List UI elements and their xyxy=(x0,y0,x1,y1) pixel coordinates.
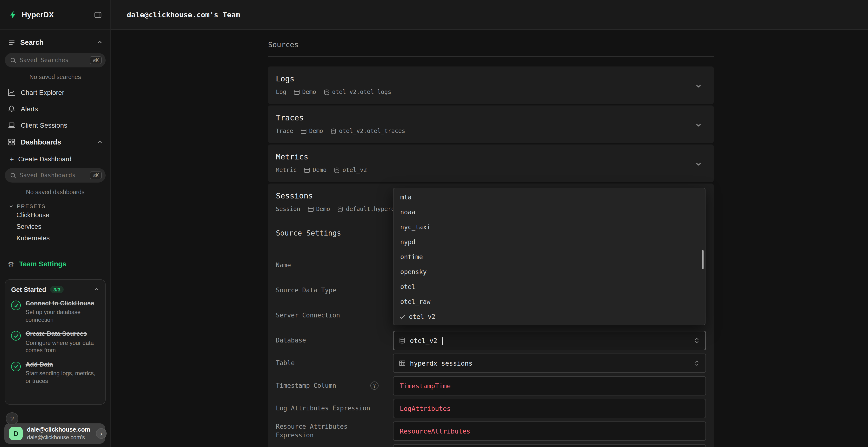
connection-name: Demo xyxy=(316,206,330,212)
chevron-up-icon[interactable] xyxy=(94,286,99,293)
get-started-step[interactable]: Create Data Sources Configure where your… xyxy=(11,330,99,354)
create-dashboard-button[interactable]: + Create Dashboard xyxy=(0,151,111,167)
server-icon xyxy=(304,167,310,173)
sidebar-item-label: Client Sessions xyxy=(21,122,67,129)
saved-searches-input[interactable]: Saved Searches ⌘K xyxy=(5,53,105,67)
chevron-right-icon[interactable]: › xyxy=(96,428,106,439)
preset-item-clickhouse[interactable]: ClickHouse xyxy=(0,209,111,220)
source-card-logs[interactable]: Logs Log Demo otel_v2.otel_logs xyxy=(268,66,714,104)
dashboards-section-label: Dashboards xyxy=(21,138,61,146)
source-card-meta: Trace Demo otel_v2.otel_traces xyxy=(276,128,706,134)
chevron-up-icon[interactable] xyxy=(97,139,103,145)
text-cursor xyxy=(442,337,443,345)
source-card-metrics[interactable]: Metrics Metric Demo otel_v2 xyxy=(268,144,714,182)
dropdown-option[interactable]: mta xyxy=(394,190,705,205)
chevron-down-icon[interactable] xyxy=(695,122,702,129)
chevron-down-icon[interactable] xyxy=(695,161,702,168)
server-icon xyxy=(293,89,300,95)
source-connection: Demo xyxy=(301,128,323,134)
option-label: opensky xyxy=(400,268,427,276)
form-row-timestamp: Timestamp Column ? xyxy=(276,376,706,396)
chevron-down-icon[interactable] xyxy=(695,82,702,90)
sidebar-item-team-settings[interactable]: ⚙ Team Settings xyxy=(0,255,111,273)
dropdown-option[interactable]: opensky xyxy=(394,265,705,279)
user-menu[interactable]: D dale@clickhouse.com dale@clickhouse.co… xyxy=(4,423,105,444)
source-type: Trace xyxy=(276,128,293,134)
source-card-traces[interactable]: Traces Trace Demo otel_v2.otel_traces xyxy=(268,105,714,143)
source-table: otel_v2 xyxy=(334,167,367,173)
get-started-step[interactable]: Connect to ClickHouse Set up your databa… xyxy=(11,300,99,324)
option-label: otel_raw xyxy=(400,298,430,305)
dropdown-option[interactable]: otel_raw xyxy=(394,294,705,309)
help-icon[interactable]: ? xyxy=(370,382,378,390)
search-icon xyxy=(10,172,17,178)
option-label: noaa xyxy=(400,209,415,216)
preset-item-kubernetes[interactable]: Kubernetes xyxy=(0,232,111,244)
dropdown-option-selected[interactable]: otel_v2 xyxy=(394,309,705,324)
sources-heading: Sources xyxy=(268,30,714,49)
preset-label: Kubernetes xyxy=(17,234,50,242)
app-title: HyperDX xyxy=(22,10,54,19)
app-root: HyperDX Search Saved Searches ⌘K No save… xyxy=(0,0,868,447)
sidebar-section-dashboards[interactable]: Dashboards xyxy=(0,133,111,151)
search-icon xyxy=(10,57,17,63)
server-icon xyxy=(301,128,307,134)
database-value: otel_v2 xyxy=(410,337,437,344)
step-text: Add Data Start sending logs, metrics, or… xyxy=(26,361,99,385)
database-icon xyxy=(330,128,337,134)
source-card-title: Traces xyxy=(276,113,706,122)
sidebar-nav: Chart Explorer Alerts Client Sessions Da… xyxy=(0,84,111,273)
option-label: nypd xyxy=(400,238,415,246)
preset-item-services[interactable]: Services xyxy=(0,220,111,232)
database-select[interactable]: otel_v2 xyxy=(393,331,706,350)
sidebar-item-label: Chart Explorer xyxy=(21,89,64,96)
form-row-resource-attributes: Resource Attributes Expression xyxy=(276,421,706,441)
dropdown-option[interactable]: ontime xyxy=(394,249,705,265)
table-value: hyperdx_sessions xyxy=(410,359,472,367)
dropdown-option[interactable]: nyc_taxi xyxy=(394,220,705,235)
step-title: Add Data xyxy=(26,361,99,369)
divider xyxy=(268,56,714,57)
sidebar-item-client-sessions[interactable]: Client Sessions xyxy=(0,117,111,133)
step-description: Start sending logs, metrics, or traces xyxy=(26,370,99,385)
resource-attributes-input[interactable] xyxy=(393,421,706,441)
saved-dashboards-input[interactable]: Saved Dashboards ⌘K xyxy=(5,168,105,182)
resource-attributes-label: Resource Attributes Expression xyxy=(276,423,393,440)
dropdown-option[interactable]: nypd xyxy=(394,235,705,249)
source-table: otel_v2.otel_traces xyxy=(330,128,405,134)
partial-input[interactable] xyxy=(393,444,706,447)
log-attributes-input[interactable] xyxy=(393,399,706,418)
source-type: Metric xyxy=(276,167,297,173)
sidebar-item-alerts[interactable]: Alerts xyxy=(0,101,111,117)
server-icon xyxy=(307,206,314,212)
name-label: Name xyxy=(276,261,393,270)
get-started-header[interactable]: Get Started 3/3 xyxy=(11,286,99,294)
dropdown-option[interactable]: otel xyxy=(394,279,705,294)
chevron-up-icon[interactable] xyxy=(97,39,103,45)
step-description: Configure where your data comes from xyxy=(26,339,99,354)
presets-toggle[interactable]: PRESETS xyxy=(0,203,111,209)
dropdown-scrollbar[interactable] xyxy=(702,250,704,269)
get-started-step[interactable]: Add Data Start sending logs, metrics, or… xyxy=(11,361,99,385)
form-row-partial xyxy=(276,444,706,447)
keyboard-shortcut-badge: ⌘K xyxy=(90,56,102,64)
database-icon xyxy=(323,89,330,95)
dropdown-option[interactable]: noaa xyxy=(394,205,705,220)
sidebar-collapse-icon[interactable] xyxy=(94,11,102,19)
gear-icon: ⚙ xyxy=(8,260,14,268)
team-settings-label: Team Settings xyxy=(19,260,66,268)
keyboard-shortcut-badge: ⌘K xyxy=(90,171,102,179)
source-table: otel_v2.otel_logs xyxy=(323,89,391,95)
server-connection-label: Server Connection xyxy=(276,311,393,319)
step-text: Create Data Sources Configure where your… xyxy=(26,330,99,354)
chevron-updown-icon xyxy=(693,337,700,344)
sidebar-section-search[interactable]: Search xyxy=(0,33,111,52)
table-select[interactable]: hyperdx_sessions xyxy=(393,353,706,373)
check-circle-icon xyxy=(11,362,21,371)
connection-name: Demo xyxy=(309,128,323,134)
option-label: nyc_taxi xyxy=(400,224,430,231)
help-button[interactable]: ? xyxy=(6,412,18,425)
timestamp-column-input[interactable] xyxy=(393,376,706,396)
step-text: Connect to ClickHouse Set up your databa… xyxy=(26,300,99,324)
sidebar-item-chart-explorer[interactable]: Chart Explorer xyxy=(0,84,111,101)
